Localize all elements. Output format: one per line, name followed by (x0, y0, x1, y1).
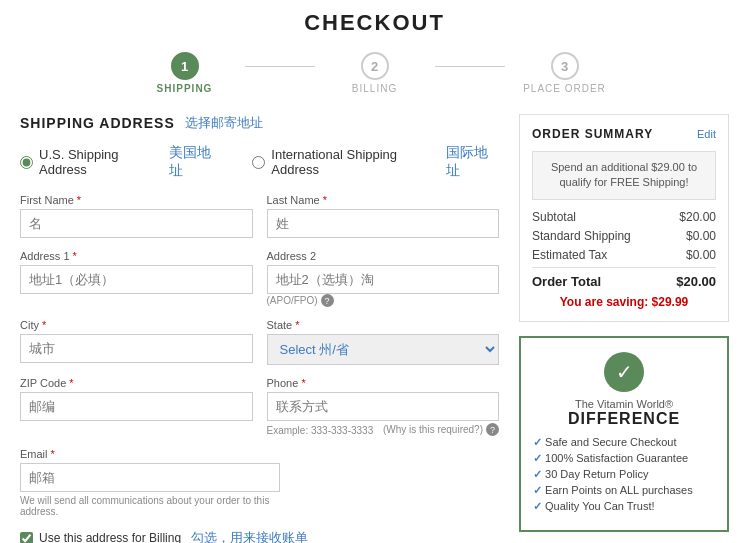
why-help-icon[interactable]: ? (486, 423, 499, 436)
billing-checkbox-row: Use this address for Billing 勾选，用来接收账单 (20, 529, 499, 543)
intl-shipping-radio-label[interactable]: International Shipping Address 国际地址 (252, 144, 499, 180)
diff-title: DIFFERENCE (533, 410, 715, 428)
subtotal-value: $20.00 (679, 210, 716, 224)
shipping-value: $0.00 (686, 229, 716, 243)
saving-text: You are saving: $29.99 (532, 295, 716, 309)
us-shipping-radio[interactable] (20, 156, 33, 169)
page-title: CHECKOUT (20, 10, 729, 36)
total-value: $20.00 (676, 274, 716, 289)
right-panel: ORDER SUMMARY Edit Spend an additional $… (519, 114, 729, 543)
name-row: First Name * Last Name * (20, 194, 499, 238)
state-group: State * Select 州/省 (267, 319, 500, 365)
city-label: City * (20, 319, 253, 331)
phone-example: Example: 333-333-3333 (267, 425, 374, 436)
subtotal-row: Subtotal $20.00 (532, 210, 716, 224)
last-name-label: Last Name * (267, 194, 500, 206)
total-row: Order Total $20.00 (532, 267, 716, 289)
intl-shipping-cn: 国际地址 (446, 144, 499, 180)
shipping-type-radio-group: U.S. Shipping Address 美国地址 International… (20, 144, 499, 180)
step-shipping-label: SHIPPING (157, 83, 213, 94)
step-billing: 2 BILLING (315, 52, 435, 94)
diff-logo: ✓ (604, 352, 644, 392)
diff-item-3: 30 Day Return Policy (533, 468, 715, 481)
diff-checkmark-icon: ✓ (616, 360, 633, 384)
intl-shipping-radio[interactable] (252, 156, 265, 169)
phone-group: Phone * Example: 333-333-3333 (Why is th… (267, 377, 500, 436)
us-shipping-radio-label[interactable]: U.S. Shipping Address 美国地址 (20, 144, 222, 180)
order-summary: ORDER SUMMARY Edit Spend an additional $… (519, 114, 729, 322)
diff-brand: The Vitamin World® (533, 398, 715, 410)
tax-label: Estimated Tax (532, 248, 607, 262)
zip-phone-row: ZIP Code * Phone * Example: 333-333-3333… (20, 377, 499, 436)
diff-item-4: Earn Points on ALL purchases (533, 484, 715, 497)
address1-label: Address 1 * (20, 250, 253, 262)
order-summary-title: ORDER SUMMARY (532, 127, 653, 141)
free-shipping-note: Spend an additional $29.00 to qualify fo… (532, 151, 716, 200)
billing-checkbox[interactable] (20, 532, 33, 544)
address2-label: Address 2 (267, 250, 500, 262)
billing-checkbox-cn: 勾选，用来接收账单 (191, 529, 308, 543)
address-row: Address 1 * Address 2 (APO/FPO) ? (20, 250, 499, 307)
city-group: City * (20, 319, 253, 365)
step-shipping: 1 SHIPPING (125, 52, 245, 94)
us-shipping-cn: 美国地址 (169, 144, 222, 180)
email-note: We will send all communications about yo… (20, 495, 280, 517)
first-name-label: First Name * (20, 194, 253, 206)
step-billing-number: 2 (361, 52, 389, 80)
last-name-group: Last Name * (267, 194, 500, 238)
address1-input[interactable] (20, 265, 253, 294)
city-input[interactable] (20, 334, 253, 363)
difference-box: ✓ The Vitamin World® DIFFERENCE Safe and… (519, 336, 729, 532)
phone-label: Phone * (267, 377, 500, 389)
tax-row: Estimated Tax $0.00 (532, 248, 716, 262)
section-header: SHIPPING ADDRESS 选择邮寄地址 (20, 114, 499, 132)
diff-item-1: Safe and Secure Checkout (533, 436, 715, 449)
state-select[interactable]: Select 州/省 (267, 334, 500, 365)
phone-input[interactable] (267, 392, 500, 421)
us-shipping-label: U.S. Shipping Address (39, 147, 163, 177)
diff-item-5: Quality You Can Trust! (533, 500, 715, 513)
last-name-input[interactable] (267, 209, 500, 238)
checkout-steps: 1 SHIPPING 2 BILLING 3 PLACE ORDER (20, 52, 729, 94)
phone-hints: Example: 333-333-3333 (Why is this requi… (267, 423, 500, 436)
shipping-label: Standard Shipping (532, 229, 631, 243)
diff-item-2: 100% Satisfaction Guarantee (533, 452, 715, 465)
city-state-row: City * State * Select 州/省 (20, 319, 499, 365)
email-input[interactable] (20, 463, 280, 492)
address2-input[interactable] (267, 265, 500, 294)
section-title: SHIPPING ADDRESS (20, 115, 175, 131)
apo-hint: (APO/FPO) ? (267, 294, 500, 307)
why-required-hint: (Why is this required?) ? (383, 423, 499, 436)
step-connector-2 (435, 66, 505, 67)
step-placeorder: 3 PLACE ORDER (505, 52, 625, 94)
first-name-group: First Name * (20, 194, 253, 238)
step-placeorder-label: PLACE ORDER (523, 83, 606, 94)
zip-input[interactable] (20, 392, 253, 421)
email-row: Email * We will send all communications … (20, 448, 499, 517)
zip-label: ZIP Code * (20, 377, 253, 389)
step-shipping-number: 1 (171, 52, 199, 80)
diff-list: Safe and Secure Checkout 100% Satisfacti… (533, 436, 715, 513)
left-panel: SHIPPING ADDRESS 选择邮寄地址 U.S. Shipping Ad… (20, 114, 499, 543)
email-group: Email * We will send all communications … (20, 448, 280, 517)
apo-help-icon[interactable]: ? (321, 294, 334, 307)
total-label: Order Total (532, 274, 601, 289)
order-summary-header: ORDER SUMMARY Edit (532, 127, 716, 141)
edit-link[interactable]: Edit (697, 128, 716, 140)
intl-shipping-label: International Shipping Address (271, 147, 439, 177)
state-label: State * (267, 319, 500, 331)
first-name-input[interactable] (20, 209, 253, 238)
step-placeorder-number: 3 (551, 52, 579, 80)
section-subtitle: 选择邮寄地址 (185, 114, 263, 132)
step-billing-label: BILLING (352, 83, 397, 94)
address2-group: Address 2 (APO/FPO) ? (267, 250, 500, 307)
email-label: Email * (20, 448, 280, 460)
tax-value: $0.00 (686, 248, 716, 262)
address1-group: Address 1 * (20, 250, 253, 307)
shipping-row: Standard Shipping $0.00 (532, 229, 716, 243)
step-connector-1 (245, 66, 315, 67)
zip-group: ZIP Code * (20, 377, 253, 436)
billing-checkbox-label: Use this address for Billing (39, 531, 181, 543)
subtotal-label: Subtotal (532, 210, 576, 224)
